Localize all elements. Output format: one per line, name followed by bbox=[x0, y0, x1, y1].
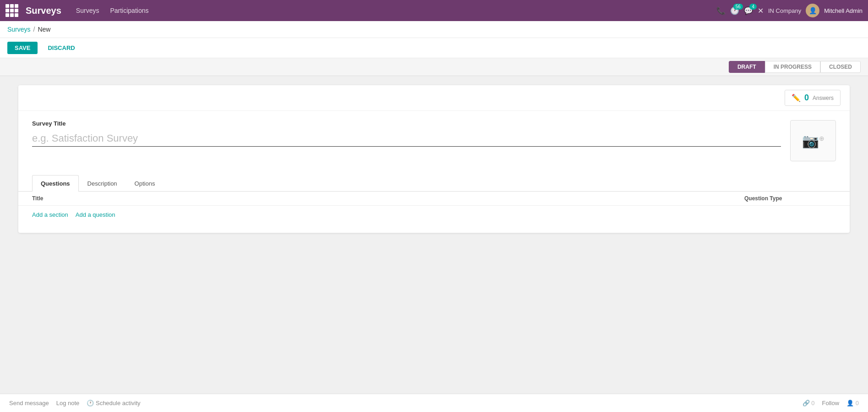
topnav-links: Surveys Participations bbox=[72, 5, 709, 16]
action-bar: SAVE DISCARD bbox=[0, 38, 868, 58]
title-field-label: Survey Title bbox=[32, 120, 781, 127]
chatter-right: 🔗 0 Follow 👤 0 bbox=[802, 400, 859, 407]
phone-icon[interactable]: 📞 bbox=[716, 6, 726, 15]
camera-icon: 📷⊕ bbox=[802, 133, 824, 149]
username[interactable]: Mitchell Admin bbox=[824, 7, 863, 14]
survey-title-left: Survey Title bbox=[32, 120, 781, 147]
add-question-link[interactable]: Add a question bbox=[76, 211, 115, 218]
add-section-link[interactable]: Add a section bbox=[32, 211, 68, 218]
followers-num: 0 bbox=[856, 400, 859, 407]
link-icon: 🔗 bbox=[802, 400, 810, 407]
clock-badge-wrap[interactable]: 🕐 56 bbox=[730, 6, 739, 15]
tab-description[interactable]: Description bbox=[79, 175, 126, 192]
survey-title-section: Survey Title 📷⊕ bbox=[18, 111, 850, 166]
app-title: Surveys bbox=[26, 5, 61, 16]
nav-surveys[interactable]: Surveys bbox=[72, 5, 103, 16]
chatter-bar: Send message Log note 🕐 Schedule activit… bbox=[0, 394, 868, 412]
chat-badge-wrap[interactable]: 💬 4 bbox=[744, 6, 753, 15]
tabs-bar: Questions Description Options bbox=[18, 175, 850, 192]
topnav: Surveys Surveys Participations 📞 🕐 56 💬 … bbox=[0, 0, 868, 21]
clock-small-icon: 🕐 bbox=[87, 400, 94, 407]
close-icon[interactable]: ✕ bbox=[758, 6, 764, 15]
image-upload-placeholder[interactable]: 📷⊕ bbox=[790, 120, 836, 161]
questions-table: Title Question Type Add a section Add a … bbox=[18, 192, 850, 233]
topnav-right: 📞 🕐 56 💬 4 ✕ IN Company 👤 Mitchell Admin bbox=[716, 4, 863, 17]
followers-icon: 👤 bbox=[846, 400, 854, 407]
breadcrumb-current: New bbox=[38, 26, 50, 33]
status-in-progress[interactable]: IN PROGRESS bbox=[765, 61, 820, 73]
answers-label: Answers bbox=[813, 95, 834, 101]
col-title: Title bbox=[32, 195, 744, 202]
breadcrumb: Surveys / New bbox=[0, 21, 868, 38]
table-header: Title Question Type bbox=[18, 192, 850, 206]
status-draft[interactable]: DRAFT bbox=[729, 61, 765, 73]
apps-icon[interactable] bbox=[5, 4, 18, 17]
chatter-left: Send message Log note 🕐 Schedule activit… bbox=[9, 400, 141, 407]
answers-count: 0 bbox=[804, 93, 809, 103]
edit-icon: ✏️ bbox=[792, 93, 801, 102]
status-bar: DRAFT IN PROGRESS CLOSED bbox=[0, 58, 868, 76]
schedule-activity-btn[interactable]: 🕐 Schedule activity bbox=[87, 400, 140, 407]
table-actions: Add a section Add a question bbox=[18, 206, 850, 224]
links-count: 🔗 0 bbox=[802, 400, 815, 407]
answers-widget[interactable]: ✏️ 0 Answers bbox=[785, 90, 841, 106]
nav-participations[interactable]: Participations bbox=[106, 5, 152, 16]
breadcrumb-separator: / bbox=[33, 26, 35, 33]
main-area: ✏️ 0 Answers Survey Title 📷⊕ Questions D… bbox=[0, 76, 868, 388]
breadcrumb-parent[interactable]: Surveys bbox=[7, 26, 31, 33]
tab-options[interactable]: Options bbox=[126, 175, 164, 192]
save-button[interactable]: SAVE bbox=[7, 42, 38, 54]
links-num: 0 bbox=[811, 400, 814, 407]
log-note-btn[interactable]: Log note bbox=[56, 400, 80, 407]
schedule-activity-label: Schedule activity bbox=[96, 400, 141, 407]
follow-btn[interactable]: Follow bbox=[822, 400, 840, 407]
send-message-btn[interactable]: Send message bbox=[9, 400, 49, 407]
followers-count: 👤 0 bbox=[846, 400, 859, 407]
col-question-type: Question Type bbox=[744, 195, 836, 202]
form-card: ✏️ 0 Answers Survey Title 📷⊕ Questions D… bbox=[18, 85, 850, 233]
discard-button[interactable]: DISCARD bbox=[42, 42, 80, 54]
user-avatar[interactable]: 👤 bbox=[806, 4, 819, 17]
answers-banner: ✏️ 0 Answers bbox=[18, 85, 850, 111]
status-steps: DRAFT IN PROGRESS CLOSED bbox=[729, 61, 861, 73]
company-name[interactable]: IN Company bbox=[768, 7, 801, 14]
status-closed[interactable]: CLOSED bbox=[820, 61, 861, 73]
chat-badge: 4 bbox=[749, 4, 757, 10]
tab-questions[interactable]: Questions bbox=[32, 175, 79, 192]
survey-title-input[interactable] bbox=[32, 131, 781, 147]
clock-badge: 56 bbox=[733, 4, 743, 10]
